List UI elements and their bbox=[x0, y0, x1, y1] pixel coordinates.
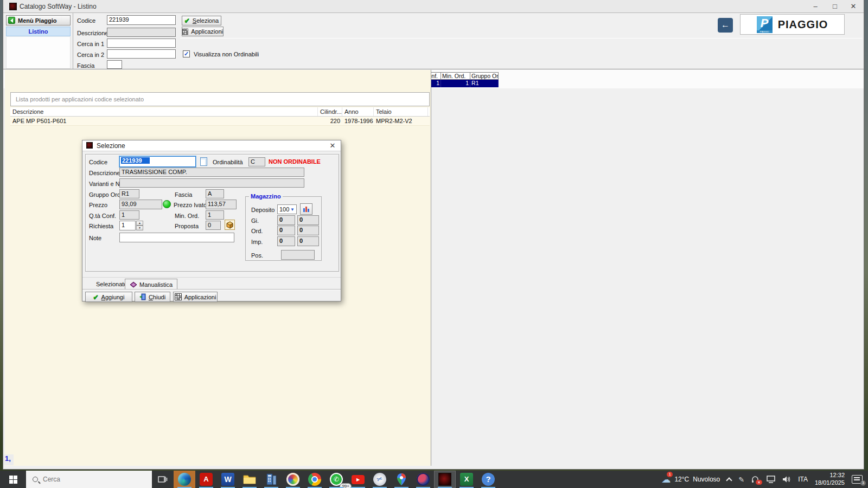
tab-selezionato[interactable]: Selezionato bbox=[96, 281, 127, 287]
dialog-app-icon bbox=[86, 142, 93, 149]
document-icon[interactable] bbox=[200, 157, 207, 166]
aggiungi-button[interactable]: ✔ Aggiungi bbox=[85, 292, 132, 302]
visualizza-checkbox[interactable]: ✓ bbox=[183, 50, 190, 57]
spin-down-icon[interactable]: ▼ bbox=[136, 226, 143, 230]
network-icon[interactable] bbox=[767, 476, 775, 483]
box-cube-icon[interactable] bbox=[225, 220, 235, 230]
divider bbox=[73, 13, 73, 69]
piaggio-wordmark: PIAGGIO bbox=[778, 18, 828, 31]
stock-chart-button[interactable] bbox=[300, 203, 312, 215]
products-table-header: Descrizione Cilindr... Anno Telaio bbox=[10, 107, 430, 117]
dlg-ordinabilita-label: Ordinabilità bbox=[213, 159, 243, 165]
pos-label: Pos. bbox=[251, 252, 263, 259]
dlg-descrizione-label: Descrizione bbox=[89, 170, 120, 176]
taskbar-photos[interactable] bbox=[412, 471, 434, 488]
notification-badge: 3 bbox=[860, 480, 866, 486]
dialog-close-icon[interactable]: ✕ bbox=[328, 142, 337, 150]
spin-up-icon[interactable]: ▲ bbox=[136, 221, 143, 226]
dlg-note-label: Note bbox=[89, 235, 101, 241]
book-icon bbox=[130, 281, 137, 288]
taskbar-acrobat[interactable]: A bbox=[195, 471, 217, 488]
taskbar-help[interactable]: ? bbox=[477, 471, 499, 488]
taskbar-maps[interactable] bbox=[391, 471, 412, 488]
visualizza-label: Visualizza non Ordinabili bbox=[194, 51, 259, 57]
taskbar-softway[interactable] bbox=[434, 471, 456, 488]
door-icon bbox=[139, 293, 146, 300]
dlg-prezzo-label: Prezzo bbox=[89, 202, 107, 208]
dialog-applicazioni-button[interactable]: Applicazioni bbox=[173, 292, 218, 302]
pcol-telaio[interactable]: Telaio bbox=[374, 107, 428, 116]
sidebar-menu-piaggio-button[interactable]: Menù Piaggio bbox=[6, 15, 71, 25]
pen-icon[interactable]: ✎ bbox=[738, 476, 744, 484]
taskbar-search[interactable] bbox=[26, 471, 152, 488]
back-arrow-button[interactable]: ← bbox=[718, 18, 733, 33]
cerca1-input[interactable] bbox=[107, 38, 176, 48]
taskbar-paint[interactable] bbox=[282, 471, 304, 488]
pcol-descrizione[interactable]: Descrizione bbox=[10, 107, 318, 116]
tray-time: 12:32 bbox=[815, 472, 845, 479]
imp-field-1: 0 bbox=[277, 236, 295, 246]
dlg-richiesta-input[interactable]: 1 bbox=[119, 221, 136, 230]
tray-chevron-icon[interactable] bbox=[726, 477, 732, 483]
dlg-varianti-input bbox=[119, 178, 304, 188]
imp-label: Imp. bbox=[251, 239, 263, 245]
descrizione-input bbox=[107, 28, 176, 37]
pcol-anno[interactable]: Anno bbox=[342, 107, 374, 116]
taskbar-whatsapp[interactable]: ✆ 99+ bbox=[326, 471, 347, 488]
taskbar-word[interactable]: W bbox=[217, 471, 239, 488]
close-button[interactable]: ✕ bbox=[844, 0, 863, 13]
fascia-input[interactable] bbox=[107, 60, 122, 69]
window-title: Catalogo SoftWay - Listino bbox=[20, 3, 97, 10]
richiesta-stepper[interactable]: ▲ ▼ bbox=[136, 221, 143, 230]
dlg-gruppo-label: Gruppo Ord. bbox=[89, 191, 122, 198]
codice-input[interactable]: 221939 bbox=[107, 15, 176, 25]
taskbar-excel[interactable]: X bbox=[456, 471, 477, 488]
dlg-codice-input[interactable]: 221939 bbox=[119, 156, 196, 167]
pcol-cilindrata[interactable]: Cilindr... bbox=[318, 107, 342, 116]
weather-widget[interactable]: ☁ 1 12°C Nuvoloso bbox=[661, 474, 720, 485]
col-gruppo-ord[interactable]: Gruppo Ord. bbox=[470, 73, 499, 80]
search-input[interactable] bbox=[43, 476, 130, 483]
weather-condition: Nuvoloso bbox=[693, 476, 720, 483]
applicazioni-label: Applicazioni bbox=[191, 28, 223, 35]
page-indicator: 1, bbox=[4, 454, 14, 465]
dialog-titlebar: Selezione ✕ bbox=[82, 140, 341, 151]
chiudi-button[interactable]: Chiudi bbox=[135, 292, 170, 302]
tray-date: 18/01/2025 bbox=[815, 479, 845, 487]
seleziona-button[interactable]: ✔ Seleziona bbox=[182, 16, 221, 25]
task-view-button[interactable] bbox=[152, 471, 174, 488]
taskbar-snip[interactable]: ✂ bbox=[369, 471, 391, 488]
notification-center[interactable]: 3 bbox=[852, 475, 863, 484]
audio-device-icon[interactable]: ✕ bbox=[751, 476, 760, 483]
applicazioni-button[interactable]: Applicazioni bbox=[182, 27, 224, 36]
volume-icon[interactable] bbox=[782, 476, 791, 483]
taskbar-youtube[interactable]: ▶ bbox=[347, 471, 369, 488]
fascia-label: Fascia bbox=[77, 62, 94, 69]
taskbar-explorer[interactable] bbox=[239, 471, 260, 488]
deposito-select[interactable]: 100 ▼ bbox=[277, 204, 297, 214]
clock[interactable]: 12:32 18/01/2025 bbox=[815, 472, 845, 487]
start-button[interactable] bbox=[0, 471, 26, 488]
taskbar-chrome[interactable] bbox=[304, 471, 326, 488]
titlebar: Catalogo SoftWay - Listino – □ ✕ bbox=[3, 0, 864, 13]
weather-temp: 12°C bbox=[674, 476, 689, 483]
dlg-qta-label: Q.tà Conf. bbox=[89, 213, 116, 219]
sidebar-item-listino[interactable]: Listino bbox=[6, 27, 71, 36]
gi-field-2: 0 bbox=[297, 215, 319, 225]
windows-logo-icon bbox=[9, 476, 17, 484]
dlg-min-ord-label: Min. Ord. bbox=[175, 213, 199, 219]
register-app-icon bbox=[265, 473, 277, 485]
cerca2-label: Cerca in 2 bbox=[77, 52, 104, 58]
maximize-button[interactable]: □ bbox=[826, 0, 844, 13]
taskbar-edge[interactable] bbox=[174, 471, 195, 488]
taskbar-pos-app[interactable] bbox=[260, 471, 282, 488]
col-min-ord[interactable]: Min. Ord. bbox=[441, 73, 470, 80]
cerca2-input[interactable] bbox=[107, 49, 176, 59]
tab-manualistica[interactable]: Manualistica bbox=[125, 279, 177, 290]
check-icon: ✔ bbox=[93, 293, 99, 301]
minimize-button[interactable]: – bbox=[806, 0, 825, 13]
language-indicator[interactable]: ITA bbox=[798, 476, 808, 483]
dlg-note-input[interactable] bbox=[119, 233, 234, 242]
deposito-label: Deposito bbox=[251, 207, 275, 213]
products-table-row[interactable]: APE MP P501-P601 220 1978-1996 MPR2-M2-V… bbox=[10, 117, 430, 126]
